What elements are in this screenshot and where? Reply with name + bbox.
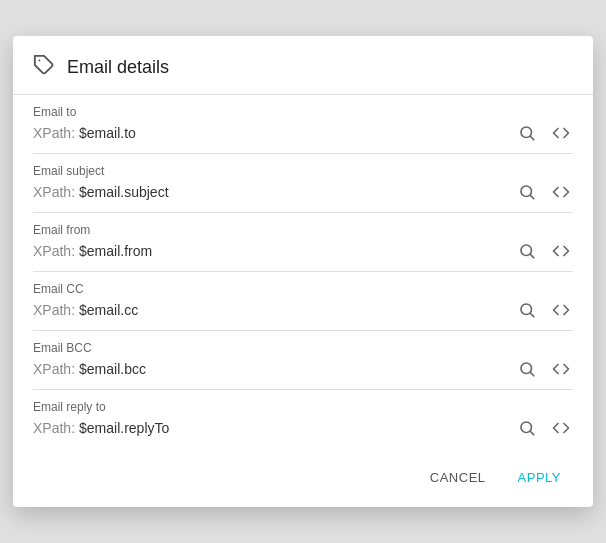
xpath-value: $email.replyTo bbox=[79, 420, 169, 436]
xpath-value: $email.bcc bbox=[79, 361, 146, 377]
field-value-row: XPath:$email.cc bbox=[33, 298, 573, 322]
search-icon-button[interactable] bbox=[515, 121, 539, 145]
field-value-row: XPath:$email.to bbox=[33, 121, 573, 145]
field-row: Email BCCXPath:$email.bcc bbox=[33, 331, 573, 390]
field-row: Email subjectXPath:$email.subject bbox=[33, 154, 573, 213]
search-icon-button[interactable] bbox=[515, 298, 539, 322]
search-icon-button[interactable] bbox=[515, 416, 539, 440]
puzzle-icon bbox=[33, 54, 55, 80]
email-details-dialog: Email details Email toXPath:$email.toEma… bbox=[13, 36, 593, 507]
field-row: Email toXPath:$email.to bbox=[33, 95, 573, 154]
xpath-value: $email.to bbox=[79, 125, 136, 141]
field-value-row: XPath:$email.from bbox=[33, 239, 573, 263]
cancel-button[interactable]: CANCEL bbox=[418, 462, 498, 493]
svg-line-12 bbox=[530, 431, 533, 434]
field-value-row: XPath:$email.bcc bbox=[33, 357, 573, 381]
field-row: Email CCXPath:$email.cc bbox=[33, 272, 573, 331]
field-value-row: XPath:$email.replyTo bbox=[33, 416, 573, 440]
svg-line-6 bbox=[530, 254, 533, 257]
field-label: Email reply to bbox=[33, 400, 573, 414]
field-label: Email subject bbox=[33, 164, 573, 178]
xpath-prefix: XPath: bbox=[33, 361, 75, 377]
dialog-title: Email details bbox=[67, 57, 169, 78]
field-label: Email to bbox=[33, 105, 573, 119]
xpath-prefix: XPath: bbox=[33, 420, 75, 436]
dialog-footer: CANCEL APPLY bbox=[13, 448, 593, 507]
xpath-prefix: XPath: bbox=[33, 243, 75, 259]
field-label: Email CC bbox=[33, 282, 573, 296]
svg-line-2 bbox=[530, 136, 533, 139]
dialog-body: Email toXPath:$email.toEmail subjectXPat… bbox=[13, 95, 593, 448]
search-icon-button[interactable] bbox=[515, 239, 539, 263]
svg-line-8 bbox=[530, 313, 533, 316]
xpath-value: $email.subject bbox=[79, 184, 169, 200]
xpath-value: $email.cc bbox=[79, 302, 138, 318]
code-icon-button[interactable] bbox=[549, 239, 573, 263]
apply-button[interactable]: APPLY bbox=[506, 462, 573, 493]
code-icon-button[interactable] bbox=[549, 357, 573, 381]
code-icon-button[interactable] bbox=[549, 416, 573, 440]
code-icon-button[interactable] bbox=[549, 121, 573, 145]
field-row: Email reply toXPath:$email.replyTo bbox=[33, 390, 573, 448]
field-label: Email from bbox=[33, 223, 573, 237]
code-icon-button[interactable] bbox=[549, 298, 573, 322]
xpath-prefix: XPath: bbox=[33, 302, 75, 318]
dialog-header: Email details bbox=[13, 36, 593, 95]
search-icon-button[interactable] bbox=[515, 357, 539, 381]
xpath-prefix: XPath: bbox=[33, 125, 75, 141]
svg-line-4 bbox=[530, 195, 533, 198]
field-value-row: XPath:$email.subject bbox=[33, 180, 573, 204]
field-row: Email fromXPath:$email.from bbox=[33, 213, 573, 272]
search-icon-button[interactable] bbox=[515, 180, 539, 204]
field-label: Email BCC bbox=[33, 341, 573, 355]
code-icon-button[interactable] bbox=[549, 180, 573, 204]
svg-line-10 bbox=[530, 372, 533, 375]
xpath-value: $email.from bbox=[79, 243, 152, 259]
xpath-prefix: XPath: bbox=[33, 184, 75, 200]
